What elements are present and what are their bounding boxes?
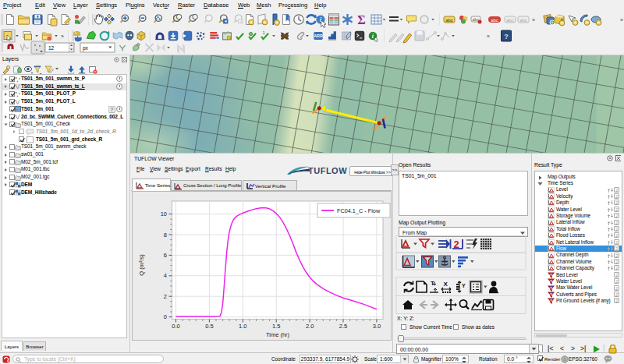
svg-text:0.0: 0.0 bbox=[172, 323, 179, 330]
svg-text:?: ? bbox=[504, 33, 509, 41]
svg-text:0: 0 bbox=[164, 313, 167, 320]
svg-text:T: T bbox=[431, 280, 434, 287]
svg-text:8: 8 bbox=[164, 231, 167, 239]
svg-text:abc: abc bbox=[445, 18, 453, 23]
svg-text:X: X bbox=[444, 281, 448, 288]
svg-text:1.5: 1.5 bbox=[272, 323, 280, 330]
svg-text:»: » bbox=[532, 17, 535, 23]
svg-text:»: » bbox=[61, 34, 64, 39]
svg-text:1: 1 bbox=[263, 31, 265, 35]
svg-text:»: » bbox=[487, 34, 490, 39]
svg-text:2.0: 2.0 bbox=[306, 323, 314, 330]
svg-text:?: ? bbox=[110, 107, 113, 112]
svg-text:px: px bbox=[83, 45, 89, 51]
svg-text:2: 2 bbox=[164, 293, 167, 300]
svg-text:Q (m³/s): Q (m³/s) bbox=[138, 254, 145, 276]
svg-text:Y: Y bbox=[462, 283, 466, 288]
svg-text:Σ: Σ bbox=[357, 13, 365, 27]
svg-text:ARR: ARR bbox=[314, 34, 323, 38]
svg-text:2.5: 2.5 bbox=[339, 323, 347, 330]
svg-text:3.0: 3.0 bbox=[373, 323, 381, 330]
svg-text:abc: abc bbox=[519, 18, 527, 23]
svg-text:12: 12 bbox=[48, 45, 55, 51]
svg-text:»: » bbox=[620, 17, 623, 23]
svg-text:Time (hr): Time (hr) bbox=[266, 331, 290, 338]
svg-text:6: 6 bbox=[164, 252, 167, 259]
svg-text:10: 10 bbox=[161, 210, 167, 217]
svg-text:0.5: 0.5 bbox=[205, 323, 213, 330]
svg-text:abc: abc bbox=[491, 18, 498, 23]
svg-text:abc: abc bbox=[506, 18, 514, 23]
svg-text:1.0: 1.0 bbox=[239, 323, 246, 330]
svg-text:4: 4 bbox=[164, 272, 167, 279]
svg-text:FC04.1_C - Flow: FC04.1_C - Flow bbox=[337, 207, 381, 214]
